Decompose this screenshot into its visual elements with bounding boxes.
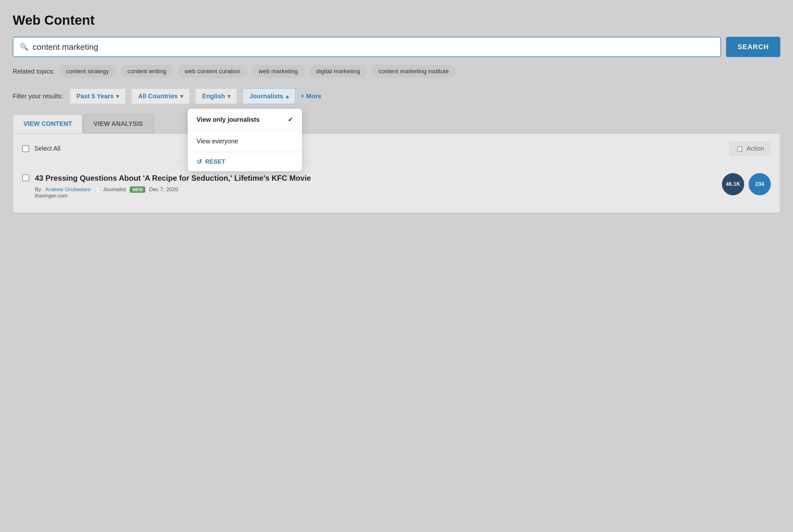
tab-view-analysis[interactable]: VIEW ANALYSIS <box>83 114 153 133</box>
related-topics-row: Related topics: content strategy content… <box>13 65 780 78</box>
chevron-down-icon <box>227 93 230 100</box>
search-row: 🔍 SEARCH <box>13 37 780 57</box>
content-area: Select All 📋 Action 43 Pressing Question… <box>13 133 780 213</box>
topic-chip-1[interactable]: content writing <box>121 65 173 78</box>
new-badge-0: NEW <box>130 186 145 193</box>
reset-icon: ↺ <box>197 158 202 166</box>
article-content-0: 43 Pressing Questions About 'A Recipe fo… <box>35 173 716 199</box>
action-icon: 📋 <box>736 145 743 152</box>
article-source-0: theringer.com <box>35 193 716 199</box>
action-button[interactable]: 📋 Action <box>730 141 771 156</box>
article-title-0: 43 Pressing Questions About 'A Recipe fo… <box>35 173 716 183</box>
search-icon: 🔍 <box>20 43 28 51</box>
filter-language[interactable]: English <box>195 88 237 104</box>
article-stats-0: 46.1K 234 <box>722 173 771 195</box>
dropdown-reset-button[interactable]: ↺ RESET <box>188 152 302 171</box>
journalists-dropdown: View only journalists ✓ View everyone ↺ … <box>188 109 302 171</box>
search-input[interactable] <box>33 42 714 52</box>
table-row: 43 Pressing Questions About 'A Recipe fo… <box>22 167 771 205</box>
select-all-row: Select All 📋 Action <box>22 141 771 162</box>
select-all-checkbox[interactable] <box>22 145 29 152</box>
select-all-label: Select All <box>34 145 60 152</box>
journalist-badge-0: 📄 Journalist <box>94 186 126 193</box>
topic-chip-4[interactable]: digital marketing <box>309 65 367 78</box>
chevron-up-icon <box>286 93 289 100</box>
topic-chip-0[interactable]: content strategy <box>59 65 116 78</box>
filter-label: Filter your results: <box>13 93 63 100</box>
article-meta-0: By Andrew Gruttadaro 📄 Journalist NEW De… <box>35 186 716 193</box>
topic-chip-3[interactable]: web marketing <box>252 65 305 78</box>
dropdown-option-journalists-only[interactable]: View only journalists ✓ <box>188 109 302 130</box>
chevron-down-icon <box>180 93 183 100</box>
filter-journalists[interactable]: Journalists <box>242 88 296 104</box>
journalist-doc-icon: 📄 <box>94 186 101 193</box>
topic-chip-2[interactable]: web content curation <box>178 65 247 78</box>
filter-row: Filter your results: Past 5 Years All Co… <box>13 88 780 104</box>
article-checkbox-0[interactable] <box>22 174 29 182</box>
author-link-0[interactable]: Andrew Gruttadaro <box>45 186 91 193</box>
page-title: Web Content <box>13 13 780 28</box>
by-label: By <box>35 186 41 193</box>
filter-time[interactable]: Past 5 Years <box>70 88 126 104</box>
article-date-0: Dec 7, 2020 <box>149 186 178 193</box>
dropdown-option-everyone[interactable]: View everyone <box>188 131 302 152</box>
chevron-down-icon <box>116 93 119 100</box>
checkmark-icon: ✓ <box>288 116 293 123</box>
topic-chip-5[interactable]: content marketing institute <box>371 65 456 78</box>
stat-circle-links-0: 234 <box>749 173 771 195</box>
related-topics-label: Related topics: <box>13 68 55 75</box>
search-box: 🔍 <box>13 37 721 57</box>
tabs-row: VIEW CONTENT VIEW ANALYSIS <box>13 114 780 133</box>
stat-circle-shares-0: 46.1K <box>722 173 744 195</box>
filter-country[interactable]: All Countries <box>131 88 190 104</box>
filter-journalists-container: Journalists View only journalists ✓ View… <box>242 88 296 104</box>
search-button[interactable]: SEARCH <box>726 37 780 57</box>
more-filters-button[interactable]: + More <box>301 93 321 100</box>
tab-view-content[interactable]: VIEW CONTENT <box>13 114 83 133</box>
